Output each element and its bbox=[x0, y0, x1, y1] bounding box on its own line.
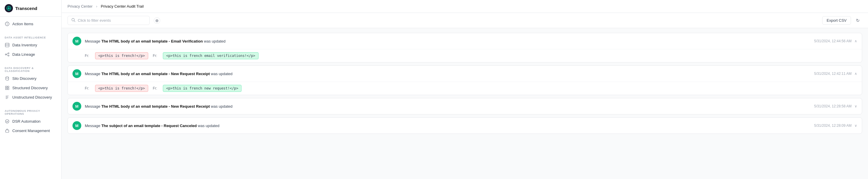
diff-from-label-2: Fr: bbox=[85, 86, 89, 90]
svg-point-12 bbox=[8, 53, 9, 54]
sidebar-item-consent-management[interactable]: Consent Management bbox=[0, 126, 61, 135]
event-list: M Message The HTML body of an email temp… bbox=[62, 28, 868, 179]
logo-icon bbox=[5, 4, 13, 12]
diff-new-value-2: <p>this is french new request!</p> bbox=[163, 85, 242, 92]
svg-rect-17 bbox=[5, 86, 7, 87]
event-message-4: Message The subject of an email template… bbox=[85, 123, 219, 128]
silo-discovery-icon bbox=[5, 76, 9, 81]
avatar-1: M bbox=[72, 37, 81, 46]
event-chevron-3: ∨ bbox=[855, 104, 857, 108]
sidebar-autonomous-section: AUTONOMOUS PRIVACY OPERATIONS DSR Automa… bbox=[0, 104, 61, 138]
svg-point-21 bbox=[5, 119, 9, 123]
event-card-2: M Message The HTML body of an email temp… bbox=[67, 65, 862, 95]
event-body-1: Fr: <p>this is french!</p> Fr: <p>this i… bbox=[68, 49, 862, 62]
diff-old-value-1: <p>this is french!</p> bbox=[95, 52, 148, 59]
svg-rect-18 bbox=[7, 86, 9, 87]
event-header-left-4: M Message The subject of an email templa… bbox=[72, 121, 219, 130]
event-header-left-2: M Message The HTML body of an email temp… bbox=[72, 69, 232, 78]
event-message-1: Message The HTML body of an email templa… bbox=[85, 39, 226, 43]
event-header-2[interactable]: M Message The HTML body of an email temp… bbox=[68, 66, 862, 82]
event-chevron-2: ∧ bbox=[855, 71, 857, 76]
sidebar-item-silo-discovery[interactable]: Silo Discovery bbox=[0, 73, 61, 83]
add-filter-button[interactable]: ⊕ bbox=[154, 17, 160, 24]
sidebar-item-data-lineage[interactable]: Data Lineage bbox=[0, 50, 61, 59]
data-asset-label: DATA ASSET INTELLIGENCE bbox=[0, 33, 61, 40]
sidebar-item-consent-management-label: Consent Management bbox=[12, 128, 50, 133]
toolbar: Click to filter events ⊕ Export CSV ↻ bbox=[62, 13, 868, 28]
event-header-4[interactable]: M Message The subject of an email templa… bbox=[68, 118, 862, 133]
refresh-icon: ↻ bbox=[856, 18, 860, 23]
event-header-left-1: M Message The HTML body of an email temp… bbox=[72, 37, 226, 46]
svg-point-11 bbox=[5, 54, 6, 55]
event-timestamp-3: 5/31/2024, 12:28:58 AM bbox=[814, 104, 851, 108]
event-chevron-4: ∨ bbox=[855, 123, 857, 128]
sidebar-item-silo-discovery-label: Silo Discovery bbox=[12, 76, 36, 81]
filter-search-bar[interactable]: Click to filter events bbox=[67, 16, 150, 25]
sidebar-item-unstructured-discovery-label: Unstructured Discovery bbox=[12, 95, 52, 99]
data-inventory-icon bbox=[5, 42, 9, 47]
event-meta-3: 5/31/2024, 12:28:58 AM ∨ bbox=[814, 104, 857, 108]
diff-old-value-2: <p>this is french!</p> bbox=[95, 85, 148, 92]
sidebar-item-structured-discovery[interactable]: Structured Discovery bbox=[0, 83, 61, 92]
refresh-button[interactable]: ↻ bbox=[853, 16, 862, 25]
data-discovery-label: DATA DISCOVERY & CLASSIFICATION bbox=[0, 64, 61, 73]
avatar-2: M bbox=[72, 69, 81, 78]
breadcrumb-current: Privacy Center Audit Trail bbox=[101, 4, 144, 8]
data-lineage-icon bbox=[5, 52, 9, 57]
svg-rect-8 bbox=[5, 43, 9, 47]
event-bold-1: The HTML body of an email template - Ema… bbox=[101, 39, 203, 43]
sidebar-data-asset-section: DATA ASSET INTELLIGENCE Data Inventory D… bbox=[0, 31, 61, 61]
diff-to-label-1: Fr: bbox=[153, 54, 157, 58]
event-header-left-3: M Message The HTML body of an email temp… bbox=[72, 102, 232, 111]
event-card-1: M Message The HTML body of an email temp… bbox=[67, 33, 862, 62]
unstructured-discovery-icon bbox=[5, 95, 9, 99]
event-bold-2: The HTML body of an email template - New… bbox=[101, 71, 210, 76]
diff-from-label-1: Fr: bbox=[85, 54, 89, 58]
breadcrumb-parent[interactable]: Privacy Center bbox=[67, 4, 92, 8]
event-timestamp-1: 5/31/2024, 12:44:56 AM bbox=[814, 39, 851, 43]
svg-line-24 bbox=[74, 21, 75, 22]
event-message-2: Message The HTML body of an email templa… bbox=[85, 71, 232, 76]
logo-text: Transcend bbox=[15, 6, 37, 11]
search-icon bbox=[71, 18, 75, 23]
sidebar-discovery-section: DATA DISCOVERY & CLASSIFICATION Silo Dis… bbox=[0, 61, 61, 104]
svg-point-1 bbox=[8, 7, 10, 9]
sidebar-item-data-inventory[interactable]: Data Inventory bbox=[0, 40, 61, 50]
add-filter-icon: ⊕ bbox=[155, 18, 159, 23]
logo-area: Transcend bbox=[0, 0, 61, 17]
event-bold-3: The HTML body of an email template - New… bbox=[101, 104, 210, 109]
event-meta-1: 5/31/2024, 12:44:56 AM ∧ bbox=[814, 39, 857, 43]
diff-new-value-1: <p>this is french email verifications!</… bbox=[163, 52, 258, 59]
event-meta-2: 5/31/2024, 12:42:11 AM ∧ bbox=[814, 71, 857, 76]
svg-text:!: ! bbox=[7, 23, 8, 26]
diff-to-label-2: Fr: bbox=[153, 86, 157, 90]
sidebar-item-unstructured-discovery[interactable]: Unstructured Discovery bbox=[0, 92, 61, 102]
sidebar-main-section: ! Action Items bbox=[0, 17, 61, 31]
avatar-3: M bbox=[72, 102, 81, 111]
structured-discovery-icon bbox=[5, 85, 9, 90]
sidebar-item-dsr-automation[interactable]: DSR Automation bbox=[0, 117, 61, 126]
svg-line-14 bbox=[6, 53, 8, 54]
main-content: Privacy Center › Privacy Center Audit Tr… bbox=[62, 0, 868, 179]
svg-rect-19 bbox=[5, 88, 7, 90]
sidebar-item-data-lineage-label: Data Lineage bbox=[12, 52, 35, 57]
event-timestamp-4: 5/31/2024, 12:28:09 AM bbox=[814, 123, 851, 128]
event-header-1[interactable]: M Message The HTML body of an email temp… bbox=[68, 33, 862, 49]
breadcrumb-separator: › bbox=[96, 4, 97, 8]
svg-rect-22 bbox=[6, 130, 9, 132]
export-csv-button[interactable]: Export CSV bbox=[822, 16, 851, 25]
svg-rect-20 bbox=[7, 88, 9, 90]
sidebar-item-data-inventory-label: Data Inventory bbox=[12, 43, 37, 47]
avatar-4: M bbox=[72, 121, 81, 130]
autonomous-label: AUTONOMOUS PRIVACY OPERATIONS bbox=[0, 107, 61, 117]
sidebar-item-action-items-label: Action Items bbox=[12, 22, 33, 26]
sidebar-item-structured-discovery-label: Structured Discovery bbox=[12, 86, 48, 90]
event-chevron-1: ∧ bbox=[855, 39, 857, 43]
sidebar-item-action-items[interactable]: ! Action Items bbox=[0, 19, 61, 28]
event-meta-4: 5/31/2024, 12:28:09 AM ∨ bbox=[814, 123, 857, 128]
event-header-3[interactable]: M Message The HTML body of an email temp… bbox=[68, 98, 862, 114]
svg-point-13 bbox=[8, 55, 9, 56]
toolbar-right: Export CSV ↻ bbox=[822, 16, 862, 25]
sidebar-item-dsr-automation-label: DSR Automation bbox=[12, 119, 40, 123]
event-body-2: Fr: <p>this is french!</p> Fr: <p>this i… bbox=[68, 82, 862, 95]
